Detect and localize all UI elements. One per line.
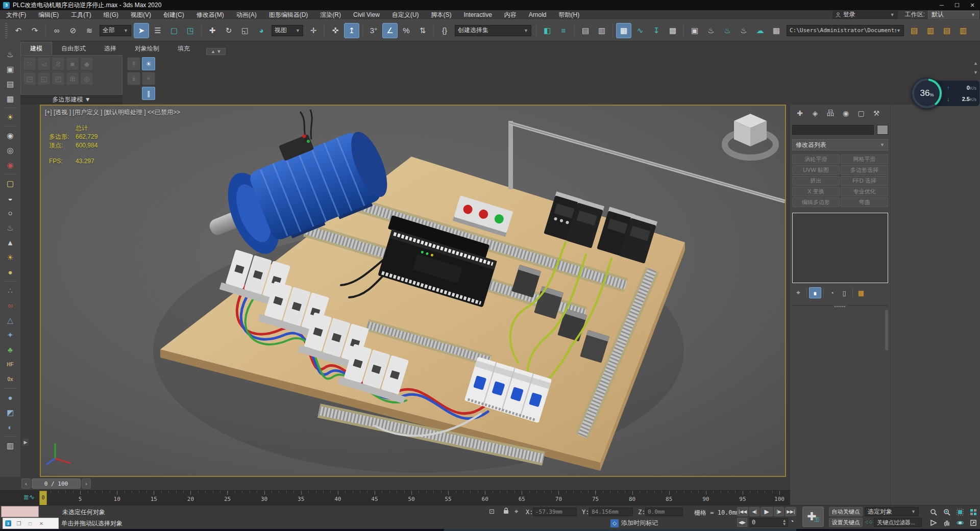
menu-item-15[interactable]: Arnold bbox=[523, 10, 553, 19]
mirror-icon[interactable]: ◧ bbox=[540, 23, 555, 38]
modifier-button-9[interactable]: 弯曲 bbox=[841, 197, 888, 207]
maximize-button[interactable]: ☐ bbox=[949, 0, 965, 10]
viewport-label[interactable]: [+] [透视 ] [用户定义 ] [默认明暗处理 ] <<已禁用>> bbox=[45, 108, 180, 117]
menu-item-3[interactable]: 组(G) bbox=[97, 10, 125, 19]
toggle-command-panel-icon[interactable]: ☀ bbox=[142, 57, 155, 70]
hierarchy-tab-icon[interactable]: 品 bbox=[823, 107, 838, 120]
modifier-stack[interactable] bbox=[792, 213, 888, 283]
video-camera-icon[interactable]: ◉ bbox=[3, 158, 17, 172]
pin-panel-icon[interactable]: ⌖ bbox=[142, 72, 155, 85]
proxy-object-icon[interactable]: ◐ bbox=[3, 420, 17, 434]
panel-scrollbar[interactable] bbox=[885, 310, 888, 350]
reference-coordinate-dropdown[interactable]: 视图▼ bbox=[272, 25, 303, 36]
menu-item-12[interactable]: 脚本(S) bbox=[425, 10, 457, 19]
redo-icon[interactable]: ↷ bbox=[27, 23, 42, 38]
blobmesh-icon[interactable]: ∞ bbox=[3, 298, 17, 312]
zoom-extents-icon[interactable] bbox=[953, 507, 967, 517]
key-filters-button[interactable]: 关键点过滤器... bbox=[874, 518, 922, 527]
display-tab-icon[interactable]: ▢ bbox=[853, 107, 869, 120]
ribbon-collapse-button[interactable]: ▲ ▼ bbox=[206, 48, 226, 55]
previous-key-button[interactable]: ‹ bbox=[21, 478, 31, 489]
time-slider[interactable]: 0 / 100 bbox=[32, 478, 81, 489]
spinner-snap-icon[interactable]: ⇅ bbox=[415, 23, 430, 38]
area-light-icon[interactable]: ▢ bbox=[3, 176, 17, 190]
named-selection-sets-icon[interactable]: {} bbox=[437, 23, 452, 38]
zoom-extents-all-icon[interactable] bbox=[967, 507, 980, 517]
rollout-divider[interactable]: •••••• bbox=[792, 305, 888, 313]
play-icon[interactable]: ▶ bbox=[761, 507, 773, 516]
ribbon-tab-4[interactable]: 填充 bbox=[168, 42, 199, 55]
object-picker-icon[interactable]: ◩ bbox=[3, 406, 17, 419]
menu-item-16[interactable]: 帮助(H) bbox=[553, 10, 586, 19]
menu-item-10[interactable]: Civil View bbox=[347, 10, 386, 19]
key-mode-toggle[interactable]: ◀▶ bbox=[737, 518, 747, 527]
menu-item-4[interactable]: 视图(V) bbox=[125, 10, 157, 19]
login-dropdown[interactable]: 登录 ▼ bbox=[832, 11, 898, 19]
percent-snap-icon[interactable]: % bbox=[399, 23, 414, 38]
menu-item-14[interactable]: 内容 bbox=[498, 10, 523, 19]
menu-item-9[interactable]: 渲染(R) bbox=[314, 10, 347, 19]
maximize-icon[interactable]: □ bbox=[24, 521, 36, 526]
polygon-modeling-section[interactable]: 多边形建模 ▼ bbox=[20, 95, 122, 105]
minimize-button[interactable]: ─ bbox=[934, 0, 949, 10]
modifier-button-2[interactable]: UVW 贴图 bbox=[792, 165, 840, 175]
make-unique-icon[interactable]: ◔ bbox=[826, 287, 838, 298]
configure-modifier-sets-icon[interactable]: ▦ bbox=[855, 287, 867, 298]
menu-item-1[interactable]: 编辑(E) bbox=[32, 10, 65, 19]
ribbon-tab-2[interactable]: 选择 bbox=[95, 42, 126, 55]
select-and-place-icon[interactable]: ◕ bbox=[254, 23, 269, 38]
isolate-selection-icon[interactable]: ⊡ bbox=[489, 508, 495, 515]
current-frame-marker[interactable]: 0 bbox=[39, 491, 47, 505]
modifier-button-3[interactable]: 多边形选择 bbox=[841, 165, 888, 175]
menu-item-6[interactable]: 修改器(M) bbox=[190, 10, 230, 19]
zoom-all-icon[interactable] bbox=[940, 507, 953, 517]
fur-ball-icon[interactable]: 0x bbox=[3, 372, 17, 386]
mini-curve-editor-icon[interactable]: ≣∿ bbox=[23, 493, 35, 501]
dope-sheet-icon[interactable]: ↧ bbox=[649, 23, 664, 38]
ribbon-tab-3[interactable]: 对象绘制 bbox=[126, 42, 168, 55]
remove-modifier-icon[interactable]: ▯ bbox=[838, 287, 850, 298]
polygon-subobject-icon[interactable]: ■ bbox=[66, 57, 79, 70]
use-pivot-center-icon[interactable]: ✛ bbox=[306, 23, 321, 38]
render-dialog-icon[interactable]: ▤ bbox=[3, 77, 17, 91]
wire-teapot-icon[interactable]: ♨ bbox=[3, 221, 17, 235]
progress-circle[interactable]: 36 % bbox=[911, 78, 943, 109]
menu-item-7[interactable]: 动画(A) bbox=[230, 10, 263, 19]
ribbon-toggle-icon[interactable]: ▦ bbox=[616, 23, 631, 38]
add-time-tag[interactable]: ◇ 添加时间标记 bbox=[610, 519, 658, 527]
modifier-button-7[interactable]: 专业优化 bbox=[841, 187, 888, 196]
dome-light-icon[interactable]: ◒ bbox=[3, 191, 17, 205]
loop-mode-icon[interactable]: ◎ bbox=[80, 72, 93, 85]
select-and-move-icon[interactable]: ✚ bbox=[205, 23, 220, 38]
modifier-button-6[interactable]: X 变换 bbox=[792, 187, 840, 196]
menu-item-0[interactable]: 文件(F) bbox=[0, 10, 32, 19]
select-and-rotate-icon[interactable]: ↻ bbox=[221, 23, 236, 38]
mini-window[interactable]: 3 ❐ □ ✕ bbox=[3, 518, 59, 529]
border-subobject-icon[interactable]: Ƨ bbox=[52, 57, 65, 70]
page-folder-icon[interactable]: ▥ bbox=[923, 23, 938, 38]
vertex-subobject-icon[interactable]: ⁙ bbox=[23, 57, 36, 70]
lock-selection-icon[interactable] bbox=[503, 508, 509, 516]
set-key-button[interactable]: 设置关键点 bbox=[829, 518, 863, 527]
modifier-button-1[interactable]: 网格平滑 bbox=[841, 155, 888, 164]
batch-render-icon[interactable]: ▥ bbox=[3, 439, 17, 452]
element-subobject-icon[interactable]: ◆ bbox=[80, 57, 93, 70]
close-icon[interactable]: ✕ bbox=[36, 521, 47, 526]
create-tab-icon[interactable]: ✚ bbox=[792, 107, 807, 120]
material-editor-icon[interactable]: ▣ bbox=[687, 23, 702, 38]
current-frame-field[interactable]: 0▲▼ bbox=[749, 518, 788, 527]
window-crossing-icon[interactable]: ◳ bbox=[183, 23, 198, 38]
frame-ruler[interactable]: 0510152025303540455055606570758085909510… bbox=[41, 491, 786, 505]
select-and-manipulate-icon[interactable]: ✜ bbox=[328, 23, 343, 38]
modifier-button-0[interactable]: 涡轮平滑 bbox=[792, 155, 840, 164]
ribbon-tab-0[interactable]: 建模 bbox=[20, 42, 52, 55]
toggle-stack-icon[interactable]: ∥ bbox=[142, 87, 155, 100]
keyboard-override-icon[interactable]: ↥ bbox=[344, 23, 359, 38]
scene-explorer-icon[interactable]: ▥ bbox=[594, 23, 609, 38]
perspective-viewport[interactable]: [+] [透视 ] [用户定义 ] [默认明暗处理 ] <<已禁用>> 总计 多… bbox=[40, 105, 786, 477]
page-nodes-icon[interactable]: ▤ bbox=[939, 23, 954, 38]
align-icon[interactable]: ≡ bbox=[556, 23, 571, 38]
sphere-primitive-icon[interactable]: ● bbox=[3, 391, 17, 404]
render-teapot-icon[interactable]: ♨ bbox=[3, 47, 17, 61]
z-coord-field[interactable]: 0.0mm bbox=[645, 508, 683, 516]
